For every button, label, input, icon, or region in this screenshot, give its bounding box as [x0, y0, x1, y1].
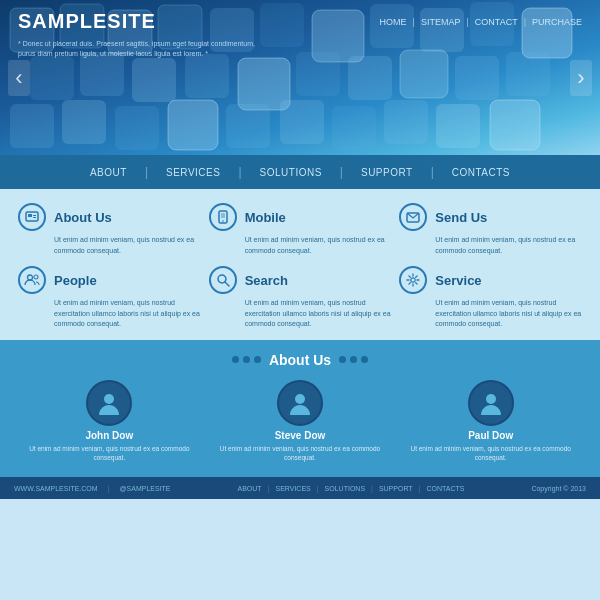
- top-nav-sitemap[interactable]: SITEMAP: [421, 17, 461, 27]
- service-title-about-us: About Us: [54, 210, 112, 225]
- footer-nav: ABOUT | SERVICES | SOLUTIONS | SUPPORT |…: [238, 485, 465, 492]
- svg-rect-34: [33, 215, 36, 216]
- member-text-john: Ut enim ad minim veniam, quis nostrud ex…: [18, 444, 201, 464]
- footer-website: WWW.SAMPLESITE.COM: [14, 485, 98, 492]
- nav-item-support[interactable]: SUPPORT: [343, 155, 431, 189]
- about-section: About Us John Dow Ut enim ad minim venia…: [0, 340, 600, 478]
- svg-point-44: [411, 278, 415, 282]
- header: SAMPLESITE HOME | SITEMAP | CONTACT | PU…: [0, 0, 600, 155]
- main-content: About Us Ut enim ad minim veniam, quis n…: [0, 189, 600, 340]
- about-dots-right: [339, 356, 368, 363]
- service-title-people: People: [54, 273, 97, 288]
- top-nav-contact[interactable]: CONTACT: [475, 17, 518, 27]
- navbar: ABOUT | SERVICES | SOLUTIONS | SUPPORT |…: [0, 155, 600, 189]
- services-grid: About Us Ut enim ad minim veniam, quis n…: [18, 203, 582, 330]
- svg-rect-29: [384, 100, 428, 144]
- top-nav: HOME | SITEMAP | CONTACT | PURCHASE: [380, 17, 582, 27]
- member-name-steve: Steve Dow: [275, 430, 326, 441]
- service-title-send-us: Send Us: [435, 210, 487, 225]
- send-us-icon: [399, 203, 427, 231]
- team-grid: John Dow Ut enim ad minim veniam, quis n…: [18, 380, 582, 464]
- top-nav-purchase[interactable]: PURCHASE: [532, 17, 582, 27]
- service-text-send-us: Ut enim ad minim veniam, quis nostrud ex…: [399, 235, 582, 256]
- service-title-mobile: Mobile: [245, 210, 286, 225]
- footer-nav-about[interactable]: ABOUT: [238, 485, 262, 492]
- team-member-paul: Paul Dow Ut enim ad minim veniam, quis n…: [399, 380, 582, 464]
- svg-rect-22: [10, 104, 54, 148]
- member-name-paul: Paul Dow: [468, 430, 513, 441]
- search-icon: [209, 266, 237, 294]
- service-service: Service Ut enim ad minim veniam, quis no…: [399, 266, 582, 330]
- svg-rect-27: [280, 100, 324, 144]
- service-mobile: Mobile Ut enim ad minim veniam, quis nos…: [209, 203, 392, 256]
- svg-line-43: [225, 282, 229, 286]
- about-section-title: About Us: [269, 352, 331, 368]
- service-title-search: Search: [245, 273, 288, 288]
- footer-nav-contacts[interactable]: CONTACTS: [426, 485, 464, 492]
- svg-rect-25: [168, 100, 218, 150]
- footer-copyright: Copyright © 2013: [531, 485, 586, 492]
- member-text-steve: Ut enim ad minim veniam, quis nostrud ex…: [209, 444, 392, 464]
- service-search: Search Ut enim ad minim veniam, quis nos…: [209, 266, 392, 330]
- svg-point-45: [104, 394, 114, 404]
- mobile-icon: [209, 203, 237, 231]
- nav-item-services[interactable]: SERVICES: [148, 155, 238, 189]
- member-text-paul: Ut enim ad minim veniam, quis nostrud ex…: [399, 444, 582, 464]
- svg-rect-23: [62, 100, 106, 144]
- svg-rect-24: [115, 106, 159, 150]
- svg-rect-26: [226, 104, 270, 148]
- footer: WWW.SAMPLESITE.COM | @SAMPLESITE ABOUT |…: [0, 477, 600, 499]
- svg-point-41: [34, 275, 38, 279]
- service-text-people: Ut enim ad minim veniam, quis nostrud ex…: [18, 298, 201, 330]
- svg-point-46: [295, 394, 305, 404]
- carousel-next-button[interactable]: ›: [570, 60, 592, 96]
- people-icon: [18, 266, 46, 294]
- avatar-john: [86, 380, 132, 426]
- nav-item-contacts[interactable]: CONTACTS: [434, 155, 528, 189]
- service-text-search: Ut enim ad minim veniam, quis nostrud ex…: [209, 298, 392, 330]
- member-name-john: John Dow: [85, 430, 133, 441]
- team-member-john: John Dow Ut enim ad minim veniam, quis n…: [18, 380, 201, 464]
- header-tagline: * Donec ut placerat duis. Praesent sagit…: [0, 37, 280, 65]
- svg-rect-38: [221, 213, 225, 218]
- service-people: People Ut enim ad minim veniam, quis nos…: [18, 266, 201, 330]
- svg-point-40: [28, 275, 33, 280]
- about-us-icon: [18, 203, 46, 231]
- svg-point-47: [486, 394, 496, 404]
- service-text-mobile: Ut enim ad minim veniam, quis nostrud ex…: [209, 235, 392, 256]
- service-about-us: About Us Ut enim ad minim veniam, quis n…: [18, 203, 201, 256]
- svg-point-37: [222, 220, 224, 222]
- service-title-service: Service: [435, 273, 481, 288]
- site-title: SAMPLESITE: [18, 10, 156, 33]
- nav-item-about[interactable]: ABOUT: [72, 155, 145, 189]
- carousel-prev-button[interactable]: ‹: [8, 60, 30, 96]
- footer-nav-solutions[interactable]: SOLUTIONS: [325, 485, 365, 492]
- avatar-paul: [468, 380, 514, 426]
- svg-rect-31: [490, 100, 540, 150]
- svg-rect-33: [28, 214, 32, 217]
- footer-nav-services[interactable]: SERVICES: [275, 485, 310, 492]
- service-text-about-us: Ut enim ad minim veniam, quis nostrud ex…: [18, 235, 201, 256]
- svg-rect-14: [132, 58, 176, 102]
- svg-rect-35: [33, 217, 36, 218]
- about-dots-left: [232, 356, 261, 363]
- team-member-steve: Steve Dow Ut enim ad minim veniam, quis …: [209, 380, 392, 464]
- service-text-service: Ut enim ad minim veniam, quis nostrud ex…: [399, 298, 582, 330]
- svg-rect-28: [332, 106, 376, 150]
- gear-icon: [399, 266, 427, 294]
- footer-social: @SAMPLESITE: [119, 485, 170, 492]
- footer-nav-support[interactable]: SUPPORT: [379, 485, 413, 492]
- top-nav-home[interactable]: HOME: [380, 17, 407, 27]
- service-send-us: Send Us Ut enim ad minim veniam, quis no…: [399, 203, 582, 256]
- avatar-steve: [277, 380, 323, 426]
- nav-item-solutions[interactable]: SOLUTIONS: [242, 155, 340, 189]
- svg-rect-30: [436, 104, 480, 148]
